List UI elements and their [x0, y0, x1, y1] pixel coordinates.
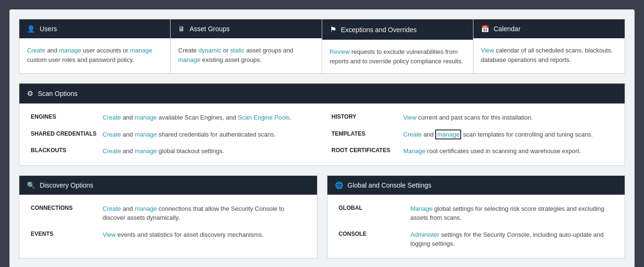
- card-asset-groups-body: Create dynamic or static asset groups an…: [171, 38, 321, 73]
- card-users: Users Create and manage user accounts or…: [19, 19, 171, 73]
- scan-engine-pools-link[interactable]: Scan Engine Pools: [238, 114, 290, 121]
- global-console-panel: Global and Console Settings GLOBAL Manag…: [327, 175, 626, 258]
- root-certs-label: ROOT CERTIFICATES: [332, 146, 398, 154]
- engines-create-link[interactable]: Create: [103, 114, 121, 121]
- card-calendar-body: View calendar of all scheduled scans, bl…: [473, 38, 625, 73]
- bottom-row: Discovery Options CONNECTIONS Create and…: [19, 175, 625, 258]
- connections-label: CONNECTIONS: [31, 204, 97, 211]
- global-desc: Manage global settings for selecting ris…: [411, 204, 614, 223]
- blackouts-manage-link[interactable]: manage: [135, 147, 157, 155]
- calendar-view-link[interactable]: View: [481, 47, 494, 54]
- users-manage-link[interactable]: manage: [59, 47, 81, 54]
- connections-desc: Create and manage connections that allow…: [103, 204, 306, 223]
- card-exceptions-header: Exceptions and Overrides: [322, 19, 473, 40]
- card-calendar-header: Calendar: [473, 19, 625, 38]
- card-exceptions: Exceptions and Overrides Review requests…: [322, 19, 473, 73]
- creds-create-link[interactable]: Create: [103, 131, 121, 138]
- connections-row: CONNECTIONS Create and manage connection…: [31, 204, 306, 223]
- blackouts-desc: Create and manage global blackout settin…: [103, 146, 224, 156]
- root-certs-row: ROOT CERTIFICATES Manage root certificat…: [332, 146, 614, 156]
- scan-options-right: HISTORY View current and past scans for …: [332, 113, 614, 156]
- connections-create-link[interactable]: Create: [103, 205, 121, 212]
- card-users-title: Users: [40, 25, 57, 33]
- templates-create-link[interactable]: Create: [404, 131, 422, 138]
- history-row: HISTORY View current and past scans for …: [332, 113, 614, 122]
- root-certs-desc: Manage root certificates used in scannin…: [404, 146, 581, 156]
- asset-dynamic-link[interactable]: dynamic: [198, 47, 221, 54]
- asset-manage-link[interactable]: manage: [178, 56, 200, 63]
- card-exceptions-title: Exceptions and Overrides: [341, 26, 417, 34]
- blackouts-row: BLACKOUTS Create and manage global black…: [31, 146, 313, 156]
- exceptions-review-link[interactable]: Review: [330, 48, 350, 55]
- blackouts-create-link[interactable]: Create: [103, 147, 121, 155]
- discovery-options-header: Discovery Options: [19, 176, 317, 195]
- engines-manage-link[interactable]: manage: [135, 114, 157, 121]
- events-view-link[interactable]: View: [103, 231, 116, 238]
- root-certs-manage-link[interactable]: Manage: [404, 147, 426, 155]
- card-calendar: Calendar View calendar of all scheduled …: [473, 19, 625, 73]
- scan-options-panel: Scan Options ENGINES Create and manage a…: [19, 83, 625, 166]
- global-console-body: GLOBAL Manage global settings for select…: [327, 195, 625, 258]
- users-create-link[interactable]: Create: [27, 47, 45, 54]
- events-desc: View events and statistics for asset dis…: [103, 230, 264, 240]
- connections-manage-link[interactable]: manage: [135, 205, 157, 212]
- credentials-desc: Create and manage shared credentials for…: [103, 130, 275, 139]
- engines-desc: Create and manage available Scan Engines…: [103, 113, 292, 122]
- credentials-label: SHARED CREDENTIALS: [31, 130, 97, 137]
- card-users-body: Create and manage user accounts or manag…: [19, 38, 170, 73]
- console-row: CONSOLE Administer settings for the Secu…: [339, 230, 614, 249]
- templates-label: TEMPLATES: [332, 130, 398, 137]
- global-manage-link[interactable]: Manage: [411, 205, 433, 212]
- main-container: Users Create and manage user accounts or…: [9, 9, 635, 267]
- card-calendar-title: Calendar: [494, 25, 521, 33]
- scan-options-title: Scan Options: [38, 90, 77, 97]
- card-asset-groups-header: Asset Groups: [171, 19, 321, 38]
- users-manage-roles-link[interactable]: manage: [130, 47, 152, 54]
- scan-options-left: ENGINES Create and manage available Scan…: [31, 113, 313, 156]
- engines-label: ENGINES: [31, 113, 97, 120]
- templates-manage-link[interactable]: manage: [435, 129, 461, 139]
- globe-icon: [335, 181, 343, 189]
- user-icon: [27, 25, 35, 33]
- global-console-title: Global and Console Settings: [348, 181, 431, 189]
- history-desc: View current and past scans for this ins…: [404, 113, 533, 122]
- discovery-options-title: Discovery Options: [40, 181, 94, 189]
- search-icon: [27, 181, 35, 189]
- console-administer-link[interactable]: Administer: [411, 231, 439, 238]
- asset-static-link[interactable]: static: [230, 47, 244, 54]
- card-asset-groups: Asset Groups Create dynamic or static as…: [171, 19, 322, 73]
- history-view-link[interactable]: View: [404, 114, 417, 121]
- discovery-options-body: CONNECTIONS Create and manage connection…: [19, 195, 317, 249]
- history-label: HISTORY: [332, 113, 398, 120]
- console-label: CONSOLE: [339, 230, 405, 237]
- creds-manage-link[interactable]: manage: [135, 131, 157, 138]
- engines-row: ENGINES Create and manage available Scan…: [31, 113, 313, 122]
- events-label: EVENTS: [31, 230, 97, 237]
- gear-icon: [27, 89, 33, 98]
- scan-options-header: Scan Options: [19, 84, 625, 103]
- calendar-icon: [481, 25, 489, 33]
- discovery-options-panel: Discovery Options CONNECTIONS Create and…: [19, 175, 318, 258]
- global-row: GLOBAL Manage global settings for select…: [339, 204, 614, 223]
- global-console-header: Global and Console Settings: [327, 176, 625, 195]
- global-label: GLOBAL: [339, 204, 405, 211]
- cards-row: Users Create and manage user accounts or…: [19, 19, 625, 74]
- monitor-icon: [178, 25, 185, 33]
- card-asset-groups-title: Asset Groups: [189, 25, 230, 33]
- card-users-header: Users: [19, 19, 170, 38]
- blackouts-label: BLACKOUTS: [31, 146, 97, 154]
- credentials-row: SHARED CREDENTIALS Create and manage sha…: [31, 130, 313, 139]
- templates-row: TEMPLATES Create and manage scan templat…: [332, 130, 614, 139]
- card-exceptions-body: Review requests to exclude vulnerabiliti…: [322, 40, 473, 73]
- flag-icon: [330, 25, 336, 34]
- console-desc: Administer settings for the Security Con…: [411, 230, 614, 249]
- templates-desc: Create and manage scan templates for con…: [404, 130, 593, 139]
- events-row: EVENTS View events and statistics for as…: [31, 230, 306, 240]
- scan-options-body: ENGINES Create and manage available Scan…: [19, 103, 625, 165]
